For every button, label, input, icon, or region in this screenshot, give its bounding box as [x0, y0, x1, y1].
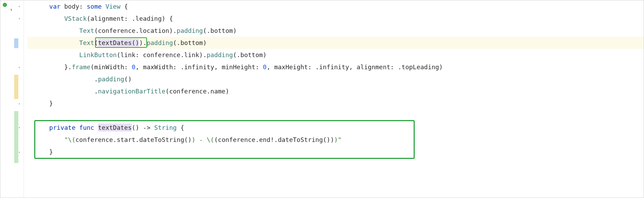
- code-line[interactable]: Text(textDates()).padding(.bottom): [27, 37, 644, 49]
- gutter: ↑: [0, 0, 16, 198]
- fold-column: ▾ ▾ ▴ ▴ ▾ ▴: [16, 0, 24, 198]
- code-line[interactable]: LinkButton(link: conference.link).paddin…: [27, 49, 644, 61]
- code-line[interactable]: "\(conference.start.dateToString()) - \(…: [27, 134, 644, 146]
- run-gutter-icon[interactable]: ↑: [2, 2, 7, 7]
- code-line[interactable]: }: [27, 97, 644, 109]
- fold-toggle-icon[interactable]: ▾: [17, 4, 22, 9]
- code-line[interactable]: var body: some View {: [27, 0, 644, 12]
- code-line[interactable]: private func textDates() -> String {: [27, 122, 644, 134]
- fold-toggle-icon[interactable]: ▾: [17, 16, 22, 21]
- code-line[interactable]: }.frame(minWidth: 0, maxWidth: .infinity…: [27, 61, 644, 73]
- code-line[interactable]: .navigationBarTitle(conference.name): [27, 85, 644, 97]
- code-line[interactable]: [27, 109, 644, 122]
- fold-toggle-icon[interactable]: ▴: [17, 149, 22, 154]
- fold-toggle-icon[interactable]: ▴: [17, 101, 22, 106]
- code-content[interactable]: var body: some View { VStack(alignment: …: [24, 0, 644, 198]
- fold-toggle-icon[interactable]: ▾: [17, 125, 22, 130]
- code-line[interactable]: }: [27, 146, 644, 158]
- code-line[interactable]: .padding(): [27, 73, 644, 85]
- code-editor[interactable]: ↑ ▾ ▾ ▴ ▴ ▾ ▴ var body: some View { VSta…: [0, 0, 644, 198]
- fold-toggle-icon[interactable]: ▴: [17, 64, 22, 69]
- code-line[interactable]: Text(conference.location).padding(.botto…: [27, 25, 644, 37]
- code-line[interactable]: VStack(alignment: .leading) {: [27, 12, 644, 25]
